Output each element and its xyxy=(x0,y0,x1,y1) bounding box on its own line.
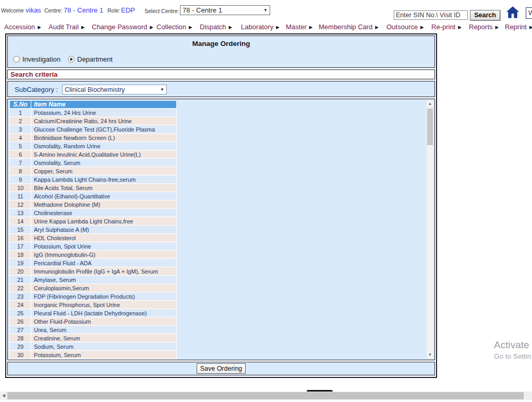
menu-item-membership-card[interactable]: Membership Card▶ xyxy=(319,23,379,31)
scroll-up-icon[interactable]: ▲ xyxy=(427,100,433,108)
table-row[interactable]: 11Alcohol (Ethanol)-Quantitative xyxy=(10,192,176,200)
cell-item-name: Inorganic Phosphorus, Spot Urine xyxy=(31,301,176,309)
scroll-left-icon[interactable]: ◀ xyxy=(0,392,7,400)
radio-investigation[interactable]: Investigation xyxy=(13,55,61,63)
cell-item-name: Ceruloplasmin,Serum xyxy=(31,284,176,292)
table-row[interactable]: 7Osmolality, Serum xyxy=(10,159,176,167)
scroll-down-icon[interactable]: ▼ xyxy=(427,351,433,359)
table-row[interactable]: 29Sodium, Serum xyxy=(10,342,176,350)
top-bar: Welcome vikas Centre: 78 - Centre 1 Role… xyxy=(0,0,532,20)
list-vertical-scrollbar[interactable]: ▲ ▼ xyxy=(427,100,433,359)
table-row[interactable]: 18IgG (Immunoglobulin-G) xyxy=(10,251,176,258)
table-row[interactable]: 1Potassium, 24 Hrs Urine xyxy=(10,109,176,116)
manage-ordering-panel: Manage Ordering Investigation Department… xyxy=(5,33,437,378)
page-horizontal-scrollbar[interactable]: ◀ xyxy=(0,392,532,400)
home-icon[interactable] xyxy=(505,5,520,20)
scrollbar-thumb[interactable] xyxy=(427,109,433,145)
menu-item-reprint[interactable]: Reprint▶ xyxy=(505,23,532,31)
table-row[interactable]: 24Inorganic Phosphorus, Spot Urine xyxy=(10,301,176,309)
menu-item-label: Accession xyxy=(4,23,35,31)
table-row[interactable]: 23FDP (Fibrinogen Degradation Products) xyxy=(10,292,176,300)
radio-department-circle[interactable] xyxy=(68,56,75,63)
scrollbar-thumb[interactable] xyxy=(7,392,524,399)
mode-radio-group: Investigation Department xyxy=(13,55,113,63)
table-row[interactable]: 15Aryl Sulphatase A (M) xyxy=(10,226,176,233)
menu-item-label: Master xyxy=(286,23,307,31)
select-centre-dropdown[interactable]: 78 - Centre 1 ▼ xyxy=(180,5,270,15)
menu-item-dispatch[interactable]: Dispatch▶ xyxy=(200,23,232,31)
subcategory-dropdown[interactable]: Clinical Biochemistry ▼ xyxy=(62,85,167,94)
menu-arrow-icon: ▶ xyxy=(38,25,41,30)
table-row[interactable]: 12Methadone Dolophine (M) xyxy=(10,200,176,208)
table-row[interactable]: 22Ceruloplasmin,Serum xyxy=(10,284,176,292)
partial-clipped-button[interactable]: W xyxy=(526,7,532,19)
table-row[interactable]: 17Potassium, Spot Urine xyxy=(10,242,176,250)
menu-item-label: Dispatch xyxy=(200,23,226,31)
cell-sno: 28 xyxy=(10,334,31,342)
cell-sno: 23 xyxy=(10,292,31,300)
table-row[interactable]: 5Osmolality, Random Urine xyxy=(10,142,176,150)
welcome-label: Welcome xyxy=(1,7,24,14)
cell-sno: 18 xyxy=(10,251,31,258)
radio-department[interactable]: Department xyxy=(68,55,113,63)
menu-item-re-print[interactable]: Re-print▶ xyxy=(431,23,462,31)
cell-sno: 27 xyxy=(10,326,31,334)
table-row[interactable]: 13Cholinesterase xyxy=(10,209,176,217)
table-header-row: S.No Item Name xyxy=(10,101,176,108)
cell-sno: 16 xyxy=(10,234,31,242)
activation-watermark: Activate W Go to Settin xyxy=(494,339,532,360)
menu-item-label: Collection xyxy=(156,23,186,31)
panel-header-box: Manage Ordering Investigation Department xyxy=(7,36,435,68)
cell-sno: 4 xyxy=(10,134,31,141)
cell-sno: 11 xyxy=(10,192,31,200)
save-ordering-button[interactable]: Save Ordering xyxy=(197,363,246,374)
table-row[interactable]: 4Biotinidase Newborn Screen (L) xyxy=(10,134,176,141)
search-criteria-header: Search criteria xyxy=(8,70,434,78)
table-row[interactable]: 2Calcium/Creatinine Ratio, 24 hrs Urine xyxy=(10,117,176,125)
menu-arrow-icon: ▶ xyxy=(276,25,280,30)
role-label: Role: xyxy=(107,7,120,14)
menu-item-audit-trail[interactable]: Audit Trail▶ xyxy=(49,23,84,31)
menu-item-collection[interactable]: Collection▶ xyxy=(156,23,192,31)
column-header-item-name: Item Name xyxy=(31,101,176,108)
table-row[interactable]: 3Glucose Challenge Test (GCT),Fluoride P… xyxy=(10,125,176,133)
table-row[interactable]: 16HDL Cholesterol xyxy=(10,234,176,242)
table-row[interactable]: 20Immunoglobulin Profile (IgG + IgA + Ig… xyxy=(10,267,176,275)
table-row[interactable]: 10Bile Acids Total, Serum xyxy=(10,184,176,192)
cell-sno: 20 xyxy=(10,267,31,275)
menu-arrow-icon: ▶ xyxy=(309,25,313,30)
table-row[interactable]: 26Other Fluid-Potassium xyxy=(10,317,176,325)
menu-item-laboratory[interactable]: Laboratory▶ xyxy=(241,23,280,31)
menu-item-change-password[interactable]: Change Password▶ xyxy=(92,23,153,31)
select-centre-label: Select Centre: xyxy=(144,8,179,14)
menu-item-accession[interactable]: Accession▶ xyxy=(4,23,41,31)
table-row[interactable]: 28Creatinine, Serum xyxy=(10,334,176,342)
cell-sno: 8 xyxy=(10,167,31,175)
cell-item-name: Creatinine, Serum xyxy=(31,334,176,342)
table-row[interactable]: 19Pericardial Fluid - ADA xyxy=(10,259,176,267)
menu-item-reports[interactable]: Reports▶ xyxy=(469,23,499,31)
table-row[interactable]: 21Amylase, Serum xyxy=(10,276,176,283)
menu-arrow-icon: ▶ xyxy=(495,25,499,30)
menu-item-master[interactable]: Master▶ xyxy=(286,23,312,31)
table-row[interactable]: 25Pleural Fluid - LDH (lactate Dehydroge… xyxy=(10,309,176,317)
menu-arrow-icon: ▶ xyxy=(375,25,379,30)
username: vikas xyxy=(26,6,41,14)
table-row[interactable]: 9Kappa Lambda Light Chains-free,serum xyxy=(10,175,176,183)
cell-item-name: Amylase, Serum xyxy=(31,276,176,283)
table-row[interactable]: 65-Amino levulinic Acid,Qualitative Urin… xyxy=(10,150,176,158)
table-row[interactable]: 8Copper, Serum xyxy=(10,167,176,175)
cell-item-name: HDL Cholesterol xyxy=(31,234,176,242)
radio-investigation-circle[interactable] xyxy=(13,56,20,63)
table-row[interactable]: 27Urea, Serum xyxy=(10,326,176,334)
table-row[interactable]: 14Urine Kappa Lambda Light Chains,free xyxy=(10,217,176,225)
menu-item-outsource[interactable]: Outsource▶ xyxy=(386,23,424,31)
search-button[interactable]: Search xyxy=(470,10,500,20)
cell-sno: 21 xyxy=(10,276,31,283)
chevron-down-icon: ▼ xyxy=(160,87,164,92)
table-row[interactable]: 30Potassium, Serum xyxy=(10,351,176,359)
sin-visit-id-input[interactable] xyxy=(394,10,468,20)
cell-sno: 29 xyxy=(10,342,31,350)
cell-sno: 30 xyxy=(10,351,31,359)
cell-item-name: Urea, Serum xyxy=(31,326,176,334)
